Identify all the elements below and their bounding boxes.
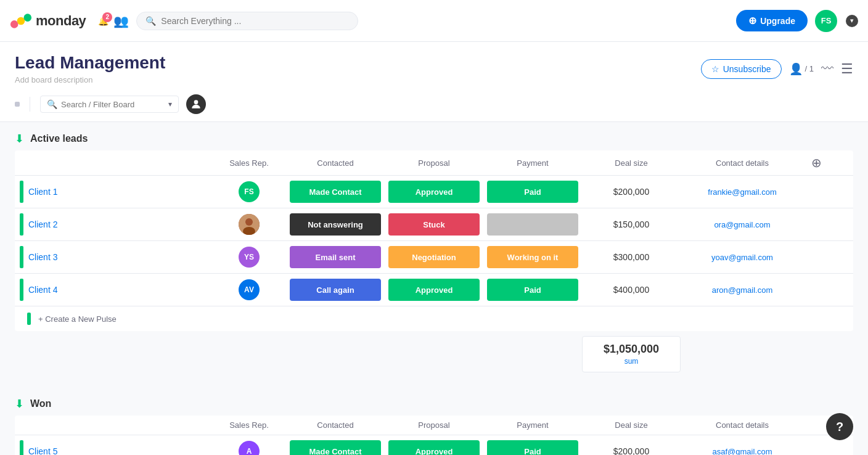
header: monday 🔔 2 👥 🔍 ⊕ Upgrade FS ▾	[0, 0, 868, 42]
deal-amount: $200,000	[613, 446, 649, 455]
won-toggle[interactable]: ⬇	[15, 397, 24, 411]
proposal-cell: Stuck	[385, 211, 483, 238]
toolbar-toggle[interactable]	[15, 102, 20, 107]
email-link[interactable]: yoav@gmail.com	[711, 253, 773, 262]
col-header-contact-details: Contact details	[681, 154, 804, 173]
client-name[interactable]: Client 5	[28, 446, 57, 455]
upgrade-button[interactable]: ⊕ Upgrade	[736, 10, 808, 31]
col-header-contacted: Contacted	[286, 154, 385, 173]
contacted-status: Call again	[290, 279, 381, 301]
create-pulse-row[interactable]: + Create a New Pulse	[15, 306, 853, 331]
email-link[interactable]: aron@gmail.com	[712, 285, 772, 295]
logo-text: monday	[36, 13, 86, 29]
col-header-add[interactable]: ⊕	[804, 150, 829, 175]
won-col-header-proposal: Proposal	[385, 416, 483, 435]
notification-bell[interactable]: 🔔 2	[98, 16, 108, 26]
filter-dropdown-arrow[interactable]: ▾	[168, 100, 172, 109]
col-header-sales-rep: Sales Rep.	[212, 154, 286, 173]
client-name[interactable]: Client 1	[28, 187, 57, 197]
won-col-header-contact-details: Contact details	[681, 416, 804, 435]
avatar: FS	[239, 181, 260, 202]
row-actions-cell	[804, 255, 829, 260]
contacted-cell: Email sent	[286, 244, 385, 271]
contacted-cell: Not answering	[286, 211, 385, 238]
help-icon: ?	[836, 420, 843, 434]
person-icon	[190, 98, 202, 110]
search-bar[interactable]: 🔍	[136, 12, 358, 30]
filter-bar[interactable]: 🔍 ▾	[40, 96, 179, 113]
users-count: / 1	[805, 64, 814, 73]
table-row: Client 3 YS Email sent Negotiation Worki…	[15, 240, 853, 273]
toolbar-divider	[30, 97, 30, 112]
table-row: Client 1 FS Made Contact Approved Paid $…	[15, 175, 853, 208]
proposal-status: Stuck	[388, 213, 480, 236]
row-color-bar	[20, 181, 23, 203]
activity-icon[interactable]: 〰	[821, 62, 833, 76]
column-headers: Sales Rep. Contacted Proposal Payment De…	[15, 150, 853, 175]
sum-label: sum	[595, 357, 668, 366]
client-name[interactable]: Client 2	[28, 219, 57, 229]
search-input[interactable]	[161, 16, 349, 26]
contact-details-cell: yoav@gmail.com	[681, 250, 804, 264]
row-color-bar	[20, 246, 23, 268]
email-link[interactable]: asaf@gmail.com	[712, 447, 772, 456]
contact-details-cell: asaf@gmail.com	[681, 445, 804, 456]
svg-point-0	[10, 20, 18, 28]
filter-input[interactable]	[61, 100, 165, 109]
search-icon: 🔍	[145, 16, 156, 26]
row-color-bar	[20, 279, 23, 301]
svg-point-1	[17, 17, 25, 25]
deal-amount: $300,000	[613, 252, 649, 262]
active-leads-table: Sales Rep. Contacted Proposal Payment De…	[15, 150, 853, 331]
notification-badge: 2	[102, 12, 112, 22]
deal-size-cell: $200,000	[582, 444, 681, 455]
deal-amount: $400,000	[613, 285, 649, 295]
users-icon: 👤	[789, 62, 803, 76]
user-menu-chevron[interactable]: ▾	[846, 15, 858, 27]
contact-details-cell: aron@gmail.com	[681, 283, 804, 297]
add-column-icon[interactable]: ⊕	[811, 156, 822, 170]
client-name[interactable]: Client 4	[28, 285, 57, 295]
active-leads-toggle[interactable]: ⬇	[15, 132, 24, 146]
proposal-status: Approved	[388, 279, 480, 301]
email-link[interactable]: frankie@gmail.com	[708, 187, 776, 197]
team-icon[interactable]: 👥	[113, 14, 129, 28]
user-initials: FS	[821, 16, 832, 25]
col-header-proposal: Proposal	[385, 154, 483, 173]
active-leads-header: ⬇ Active leads	[15, 132, 853, 146]
help-button[interactable]: ?	[826, 413, 853, 440]
row-name-cell: Client 2	[15, 208, 212, 240]
payment-status: Paid	[487, 181, 578, 203]
unsubscribe-button[interactable]: ☆ Unsubscribe	[701, 59, 782, 79]
menu-icon[interactable]: ☰	[841, 61, 853, 77]
proposal-cell: Approved	[385, 438, 483, 455]
won-table: Sales Rep. Contacted Proposal Payment De…	[15, 416, 853, 455]
person-filter-button[interactable]	[186, 94, 206, 114]
monday-logo-icon	[10, 10, 32, 32]
avatar: AV	[239, 279, 260, 300]
row-actions-cell	[804, 287, 829, 292]
table-row: Client 2 Not answering Stuck $150,	[15, 208, 853, 240]
contacted-cell: Made Contact	[286, 178, 385, 205]
deal-amount: $150,000	[613, 219, 649, 229]
user-avatar[interactable]: FS	[815, 10, 837, 32]
sales-rep-cell: A	[212, 438, 286, 455]
board-header: Lead Management Add board description ☆ …	[0, 42, 868, 89]
email-link[interactable]: ora@gmail.com	[714, 220, 770, 229]
board-users: 👤 / 1	[789, 62, 814, 76]
board-description[interactable]: Add board description	[15, 75, 165, 84]
sum-value: $1,050,000	[595, 343, 668, 356]
won-header: ⬇ Won	[15, 397, 853, 411]
row-name-cell: Client 4	[15, 274, 212, 306]
deal-size-cell: $150,000	[582, 217, 681, 232]
proposal-status: Approved	[388, 440, 480, 455]
upgrade-icon: ⊕	[748, 15, 756, 27]
contact-details-cell: frankie@gmail.com	[681, 185, 804, 199]
row-name-cell: Client 5	[15, 435, 212, 455]
active-leads-group: ⬇ Active leads Sales Rep. Contacted Prop…	[15, 132, 853, 377]
client-name[interactable]: Client 3	[28, 252, 57, 262]
won-col-header-add	[804, 420, 829, 430]
deal-amount: $200,000	[613, 187, 649, 197]
table-row: Client 5 A Made Contact Approved Paid $2…	[15, 435, 853, 455]
contacted-cell: Call again	[286, 276, 385, 303]
